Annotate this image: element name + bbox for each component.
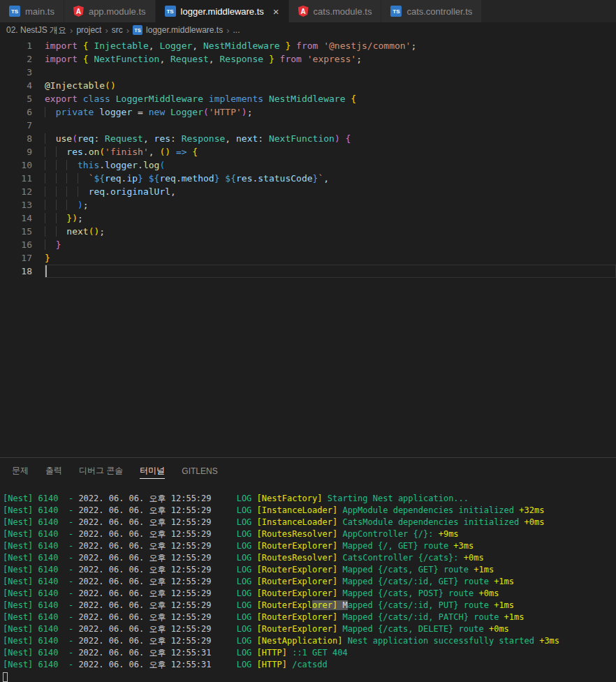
typescript-icon: TS	[390, 6, 402, 17]
line-number: 14	[0, 212, 32, 225]
terminal-line	[3, 671, 616, 682]
chevron-right-icon: ›	[105, 25, 108, 36]
line-number: 4	[0, 79, 32, 92]
tab-label: main.ts	[25, 6, 54, 17]
terminal-line: [Nest] 6140 - 2022. 06. 06. 오후 12:55:29 …	[3, 517, 616, 528]
terminal-line: [Nest] 6140 - 2022. 06. 06. 오후 12:55:29 …	[3, 493, 616, 505]
tab-label: logger.middleware.ts	[181, 6, 264, 17]
panel-tab-문제[interactable]: 문제	[12, 465, 29, 477]
tab-label: cats.module.ts	[314, 6, 372, 17]
code-line[interactable]: 14 });	[0, 212, 616, 225]
code-line[interactable]: 18	[0, 265, 616, 278]
code-line[interactable]: 13 );	[0, 198, 616, 212]
code-text: }	[32, 238, 616, 251]
terminal-line: [Nest] 6140 - 2022. 06. 06. 오후 12:55:29 …	[3, 588, 616, 600]
panel-tab-GITLENS[interactable]: GITLENS	[182, 466, 217, 476]
tab-cats.controller.ts[interactable]: TScats.controller.ts	[381, 0, 482, 22]
terminal-line: [Nest] 6140 - 2022. 06. 06. 오후 12:55:29 …	[3, 611, 616, 623]
tab-main.ts[interactable]: TSmain.ts	[0, 0, 64, 22]
code-text: this.logger.log(	[32, 158, 616, 172]
breadcrumb: 02. NestJS 개요›project›src›TSlogger.middl…	[0, 22, 616, 38]
code-line[interactable]: 11 `${req.ip} ${req.method} ${res.status…	[0, 172, 616, 185]
editor-tab-bar: TSmain.tsAapp.module.tsTSlogger.middlewa…	[0, 0, 616, 22]
code-line[interactable]: 5export class LoggerMiddleware implement…	[0, 92, 616, 105]
terminal-line: [Nest] 6140 - 2022. 06. 06. 오후 12:55:29 …	[3, 540, 616, 552]
line-number: 13	[0, 198, 32, 212]
code-text: );	[32, 198, 616, 212]
terminal-line: [Nest] 6140 - 2022. 06. 06. 오후 12:55:29 …	[3, 564, 616, 576]
code-line[interactable]: 6 private logger = new Logger('HTTP');	[0, 105, 616, 119]
panel-tab-bar: 문제출력디버그 콘솔터미널GITLENS	[0, 458, 616, 484]
code-line[interactable]: 4@Injectable()	[0, 79, 616, 92]
breadcrumb-symbol[interactable]: ...	[233, 25, 240, 35]
panel-tab-label: 문제	[12, 466, 29, 475]
code-line[interactable]: 1import { Injectable, Logger, NestMiddle…	[0, 39, 616, 52]
code-line[interactable]: 9 res.on('finish', () => {	[0, 145, 616, 158]
text-cursor	[45, 265, 47, 277]
terminal-line: [Nest] 6140 - 2022. 06. 06. 오후 12:55:29 …	[3, 505, 616, 517]
breadcrumb-file[interactable]: logger.middleware.ts	[146, 25, 223, 35]
code-text	[32, 66, 616, 79]
code-line[interactable]: 8 use(req: Request, res: Response, next:…	[0, 132, 616, 145]
terminal-line: [Nest] 6140 - 2022. 06. 06. 오후 12:55:29 …	[3, 600, 616, 611]
tab-label: cats.controller.ts	[406, 6, 472, 17]
code-line[interactable]: 12 req.originalUrl,	[0, 185, 616, 198]
terminal-line: [Nest] 6140 - 2022. 06. 06. 오후 12:55:31 …	[3, 659, 616, 671]
code-text: use(req: Request, res: Response, next: N…	[32, 132, 616, 145]
line-number: 11	[0, 172, 32, 185]
line-number: 1	[0, 39, 32, 52]
line-number: 10	[0, 158, 32, 172]
line-number: 6	[0, 105, 32, 119]
line-number: 16	[0, 238, 32, 251]
code-line[interactable]: 7	[0, 119, 616, 132]
code-text: }	[32, 251, 616, 265]
terminal-line: [Nest] 6140 - 2022. 06. 06. 오후 12:55:29 …	[3, 635, 616, 647]
code-text: private logger = new Logger('HTTP');	[32, 105, 616, 119]
chevron-right-icon: ›	[226, 25, 229, 36]
code-line[interactable]: 2import { NextFunction, Request, Respons…	[0, 52, 616, 66]
vscode-window: TSmain.tsAapp.module.tsTSlogger.middlewa…	[0, 0, 616, 682]
terminal-cursor	[3, 672, 8, 682]
panel-tab-label: 디버그 콘솔	[79, 466, 123, 475]
code-line[interactable]: 3	[0, 66, 616, 79]
typescript-icon: TS	[133, 25, 142, 35]
line-number: 9	[0, 145, 32, 158]
panel-tab-출력[interactable]: 출력	[45, 465, 62, 477]
module-icon: A	[73, 6, 84, 17]
code-text: import { NextFunction, Request, Response…	[32, 52, 616, 66]
line-number: 12	[0, 185, 32, 198]
tab-app.module.ts[interactable]: Aapp.module.ts	[64, 0, 156, 22]
bottom-panel: 문제출력디버그 콘솔터미널GITLENS [Nest] 6140 - 2022.…	[0, 457, 616, 682]
module-icon: A	[298, 6, 309, 17]
breadcrumb-item[interactable]: project	[76, 25, 101, 35]
terminal-line: [Nest] 6140 - 2022. 06. 06. 오후 12:55:29 …	[3, 576, 616, 588]
terminal-line: [Nest] 6140 - 2022. 06. 06. 오후 12:55:29 …	[3, 552, 616, 564]
terminal[interactable]: [Nest] 6140 - 2022. 06. 06. 오후 12:55:29 …	[0, 484, 616, 682]
terminal-line: [Nest] 6140 - 2022. 06. 06. 오후 12:55:31 …	[3, 647, 616, 659]
line-number: 5	[0, 92, 32, 105]
tab-logger.middleware.ts[interactable]: TSlogger.middleware.ts×	[156, 0, 289, 22]
code-line[interactable]: 15 next();	[0, 225, 616, 238]
code-line[interactable]: 17}	[0, 251, 616, 265]
code-text: });	[32, 212, 616, 225]
line-number: 8	[0, 132, 32, 145]
code-line[interactable]: 10 this.logger.log(	[0, 158, 616, 172]
code-line[interactable]: 16 }	[0, 238, 616, 251]
panel-tab-label: 터미널	[140, 466, 165, 479]
code-text: `${req.ip} ${req.method} ${res.statusCod…	[32, 172, 616, 185]
line-number: 15	[0, 225, 32, 238]
panel-tab-디버그 콘솔[interactable]: 디버그 콘솔	[79, 465, 123, 477]
panel-tab-터미널[interactable]: 터미널	[140, 465, 165, 477]
line-number: 2	[0, 52, 32, 66]
code-text: res.on('finish', () => {	[32, 145, 616, 158]
line-number: 7	[0, 119, 32, 132]
breadcrumb-item[interactable]: 02. NestJS 개요	[6, 24, 66, 36]
close-icon[interactable]: ×	[273, 6, 279, 17]
breadcrumb-item[interactable]: src	[112, 25, 123, 35]
tab-cats.module.ts[interactable]: Acats.module.ts	[289, 0, 382, 22]
tab-label: app.module.ts	[89, 6, 146, 17]
code-editor[interactable]: 1import { Injectable, Logger, NestMiddle…	[0, 38, 616, 457]
code-text: req.originalUrl,	[32, 185, 616, 198]
typescript-icon: TS	[9, 6, 20, 17]
code-text: export class LoggerMiddleware implements…	[32, 92, 616, 105]
